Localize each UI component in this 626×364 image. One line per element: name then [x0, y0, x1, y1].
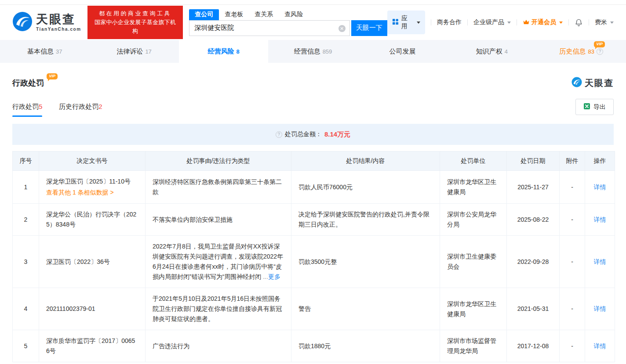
- doc-no: 深龙华公（民治）行罚决字（2025）8348号: [46, 209, 138, 230]
- search-input[interactable]: [189, 21, 349, 36]
- export-button[interactable]: 导出: [575, 99, 614, 115]
- detail-link[interactable]: 详情: [594, 184, 606, 191]
- detail-link[interactable]: 详情: [594, 216, 606, 223]
- search-tab-查风险[interactable]: 查风险: [279, 9, 309, 20]
- attachment-cell: -: [560, 288, 585, 330]
- nav-business-cooperation[interactable]: 商务合作: [437, 18, 462, 26]
- date-cell: 2021-05-31: [507, 288, 560, 330]
- header-nav: 应用 商务合作 企业级产品 开通会员: [387, 11, 614, 34]
- apps-label: 应用: [401, 14, 413, 30]
- slogan-line2: 国家中小企业发展子基金旗下机构: [92, 18, 178, 36]
- reason-cell: 深圳经济特区医疗急救条例第四章第三十条第二款: [146, 171, 291, 204]
- tab-法律诉讼[interactable]: 法律诉讼17: [89, 40, 178, 63]
- seq-cell: 2: [13, 204, 39, 236]
- date-cell: 2025-08-22: [507, 204, 560, 236]
- unit-cell: 深圳市卫生健康委员会: [440, 236, 507, 288]
- tianyancha-logo-icon: [571, 77, 582, 89]
- username: 费米: [595, 18, 607, 26]
- attachment-cell: -: [560, 330, 585, 362]
- doc-no-cell: 深龙华卫医罚〔2025〕11-10号查看其他 1 条相似数据 >: [39, 171, 146, 204]
- date-cell: 2025-11-27: [507, 171, 560, 204]
- top-border: [0, 0, 626, 5]
- tab-label: 历史信息: [560, 47, 586, 56]
- seq-cell: 4: [13, 288, 39, 330]
- reason-cell: 于2021年5月10日及2021年5月16日未按照国务院卫生行政部门规定在你单位…: [146, 288, 291, 330]
- search-tab-查老板[interactable]: 查老板: [219, 9, 249, 20]
- action-cell: 详情: [585, 204, 615, 236]
- unit-cell: 深圳市公安局龙华分局: [440, 204, 507, 236]
- search-tab-查关系[interactable]: 查关系: [249, 9, 279, 20]
- user-menu[interactable]: 费米: [595, 18, 614, 26]
- tab-知识产权[interactable]: 知识产权4: [447, 40, 536, 63]
- doc-no-cell: 深龙华公（民治）行罚决字（2025）8348号: [39, 204, 146, 236]
- doc-no-cell: 深市质华市监罚字〔2017〕00656号: [39, 330, 146, 362]
- tab-经营风险[interactable]: 经营风险8: [179, 40, 268, 63]
- main-content: 行政处罚 VIP 天眼查 行政处罚5历史行政处罚2 导出: [0, 63, 626, 362]
- column-header-attachment: 附件: [560, 151, 585, 171]
- column-header-seq: 序号: [13, 151, 39, 171]
- penalty-table: 序号 决定文书号 处罚事由/违法行为类型 处罚结果/内容 处罚单位 处罚日期 附…: [12, 151, 615, 362]
- search-block: 查公司查老板查关系查风险 ✕ 天眼一下: [189, 9, 387, 36]
- similar-data-link[interactable]: 查看其他 1 条相似数据 >: [46, 187, 138, 198]
- top-header: 天眼查 TianYanCha.com 都在用的商业查询工具 国家中小企业发展子基…: [0, 5, 626, 40]
- vip-badge: VIP: [47, 73, 58, 79]
- divider: [431, 19, 431, 25]
- tab-公司发展[interactable]: 公司发展: [358, 40, 447, 63]
- apps-menu[interactable]: 应用: [387, 11, 425, 34]
- chevron-down-icon: [417, 22, 420, 24]
- column-header-reason: 处罚事由/违法行为类型: [146, 151, 291, 171]
- help-icon[interactable]: ?: [276, 131, 282, 138]
- reason-cell: 不落实单位内部治安保卫措施: [146, 204, 291, 236]
- seq-cell: 5: [13, 330, 39, 362]
- logo[interactable]: 天眼查 TianYanCha.com: [12, 11, 81, 33]
- subtab-count: 2: [98, 103, 102, 110]
- tab-count: 83: [588, 48, 594, 55]
- tab-历史信息[interactable]: VIP历史信息83?: [537, 40, 626, 63]
- open-vip-button[interactable]: 开通会员: [523, 18, 563, 26]
- result-cell: 罚款人民币76000元: [291, 171, 440, 204]
- doc-no: 深龙华卫医罚〔2025〕11-10号: [46, 177, 138, 187]
- doc-no-cell: 202111002379-01: [39, 288, 146, 330]
- attachment-cell: -: [560, 204, 585, 236]
- tab-count: 4: [505, 48, 508, 55]
- reason-text: 于2021年5月10日及2021年5月16日未按照国务院卫生行政部门规定在你单位…: [153, 295, 282, 322]
- slogan-badge: 都在用的商业查询工具 国家中小企业发展子基金旗下机构: [87, 6, 183, 39]
- page-title: 行政处罚: [12, 78, 44, 88]
- detail-link[interactable]: 详情: [594, 258, 606, 265]
- doc-no-cell: 深卫医罚〔2022〕36号: [39, 236, 146, 288]
- reason-cell: 2022年7月8日，我局卫生监督员对何XX投诉深圳健安医院有关问题进行调查，发现…: [146, 236, 291, 288]
- logo-subtitle: TianYanCha.com: [36, 27, 81, 32]
- tab-经营信息[interactable]: 经营信息859: [268, 40, 357, 63]
- more-link[interactable]: 更多: [268, 273, 280, 280]
- enterprise-products-label: 企业级产品: [473, 18, 504, 26]
- tab-count: 17: [145, 48, 151, 55]
- column-header-unit: 处罚单位: [440, 151, 507, 171]
- search-button[interactable]: 天眼一下: [351, 20, 387, 36]
- subtab-历史行政处罚[interactable]: 历史行政处罚2: [59, 103, 102, 117]
- reason-text: 不落实单位内部治安保卫措施: [153, 216, 233, 223]
- tab-label: 法律诉讼: [116, 47, 143, 56]
- notification-bell-icon[interactable]: [575, 18, 583, 27]
- doc-no: 深市质华市监罚字〔2017〕00656号: [46, 336, 138, 356]
- clear-input-icon[interactable]: ✕: [338, 25, 346, 32]
- penalty-total-amount: 8.14万元: [324, 130, 350, 139]
- search-tab-查公司[interactable]: 查公司: [189, 9, 219, 20]
- table-row: 4202111002379-01于2021年5月10日及2021年5月16日未按…: [13, 288, 615, 330]
- table-row: 5深市质华市监罚字〔2017〕00656号广告违法行为罚款1880元深圳市市场监…: [13, 330, 615, 362]
- subtab-行政处罚[interactable]: 行政处罚5: [12, 103, 42, 117]
- ellipsis: ...: [261, 273, 268, 280]
- detail-link[interactable]: 详情: [594, 305, 606, 312]
- nav-enterprise-products[interactable]: 企业级产品: [473, 18, 511, 26]
- date-cell: 2022-09-28: [507, 236, 560, 288]
- table-row: 2深龙华公（民治）行罚决字（2025）8348号不落实单位内部治安保卫措施决定给…: [13, 204, 615, 236]
- action-cell: 详情: [585, 288, 615, 330]
- unit-cell: 深圳市市场监督管理局龙华局: [440, 330, 507, 362]
- tab-label: 经营风险: [207, 47, 234, 56]
- tab-基本信息[interactable]: 基本信息37: [0, 40, 89, 63]
- detail-link[interactable]: 详情: [594, 342, 606, 350]
- penalty-total-label: 处罚总金额：: [285, 130, 322, 138]
- company-tab-bar: 基本信息37法律诉讼17经营风险8经营信息859公司发展知识产权4VIP历史信息…: [0, 40, 626, 63]
- table-row: 1深龙华卫医罚〔2025〕11-10号查看其他 1 条相似数据 >深圳经济特区医…: [13, 171, 615, 204]
- export-label: 导出: [593, 103, 606, 111]
- search-tabs: 查公司查老板查关系查风险: [189, 9, 387, 20]
